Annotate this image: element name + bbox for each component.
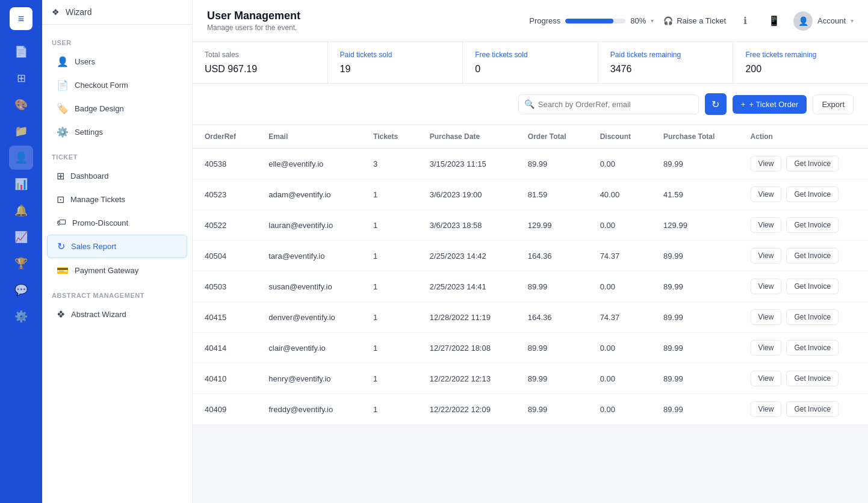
sidebar-item-payment-gateway[interactable]: 💳 Payment Gateway bbox=[47, 259, 187, 282]
cell-orderref: 40523 bbox=[193, 179, 256, 210]
dashboard-icon: ⊞ bbox=[57, 170, 64, 182]
cell-action: View Get Invoice bbox=[739, 210, 868, 241]
cell-action: View Get Invoice bbox=[739, 394, 868, 425]
icon-bar: ≡ 📄 ⊞ 🎨 📁 👤 📊 🔔 📈 🏆 💬 ⚙️ bbox=[0, 0, 42, 503]
cell-purchase-date: 3/6/2023 19:00 bbox=[418, 179, 516, 210]
cell-email: adam@eventify.io bbox=[256, 179, 361, 210]
cell-discount: 74.37 bbox=[588, 302, 651, 333]
progress-dropdown-arrow[interactable]: ▾ bbox=[651, 17, 654, 24]
cell-action: View Get Invoice bbox=[739, 179, 868, 210]
view-button[interactable]: View bbox=[751, 401, 782, 417]
ticket-order-button[interactable]: + + Ticket Order bbox=[733, 95, 807, 114]
account-dropdown-arrow: ▾ bbox=[851, 17, 854, 24]
sidebar-item-badge-design[interactable]: 🏷️ Badge Design bbox=[47, 97, 187, 120]
cell-orderref: 40538 bbox=[193, 149, 256, 179]
view-button[interactable]: View bbox=[751, 371, 782, 386]
cell-email: tara@eventify.io bbox=[256, 241, 361, 271]
phone-icon-button[interactable]: 📱 bbox=[764, 11, 784, 31]
sidebar-item-dashboard[interactable]: ⊞ Dashboard bbox=[47, 165, 187, 187]
view-button[interactable]: View bbox=[751, 340, 782, 356]
get-invoice-button[interactable]: Get Invoice bbox=[786, 401, 839, 417]
export-button[interactable]: Export bbox=[813, 94, 854, 114]
cell-orderref: 40504 bbox=[193, 241, 256, 271]
info-icon-button[interactable]: ℹ bbox=[736, 11, 755, 31]
cell-tickets: 1 bbox=[361, 241, 418, 271]
page-title: User Management bbox=[207, 10, 300, 22]
sidebar-item-sales-report[interactable]: ↻ Sales Report bbox=[47, 235, 187, 258]
cell-purchase-total: 41.59 bbox=[651, 179, 739, 210]
get-invoice-button[interactable]: Get Invoice bbox=[786, 248, 839, 264]
table-row: 40522 lauran@eventify.io 1 3/6/2023 18:5… bbox=[193, 210, 868, 241]
stat-total-sales: Total sales USD 967.19 bbox=[193, 42, 328, 83]
stats-row: Total sales USD 967.19 Paid tickets sold… bbox=[193, 42, 868, 84]
nav-grid-icon[interactable]: ⊞ bbox=[9, 66, 33, 90]
ticket-section-label: Ticket bbox=[42, 144, 192, 164]
get-invoice-button[interactable]: Get Invoice bbox=[786, 309, 839, 325]
main-content: User Management Manage users for the eve… bbox=[193, 0, 868, 503]
cell-order-total: 89.99 bbox=[516, 271, 588, 302]
avatar: 👤 bbox=[793, 11, 813, 31]
nav-folder-icon[interactable]: 📁 bbox=[9, 119, 33, 143]
sidebar-item-promo-discount[interactable]: 🏷 Promo-Discount bbox=[47, 212, 187, 233]
abstract-section-label: Abstract Management bbox=[42, 282, 192, 303]
cell-purchase-total: 89.99 bbox=[651, 302, 739, 333]
stat-paid-remaining: Paid tickets remaining 3476 bbox=[598, 42, 734, 83]
cell-purchase-date: 2/25/2023 14:42 bbox=[418, 241, 516, 271]
table-row: 40410 henry@eventify.io 1 12/22/2022 12:… bbox=[193, 363, 868, 394]
free-sold-label: Free tickets sold bbox=[475, 51, 586, 59]
cell-tickets: 1 bbox=[361, 271, 418, 302]
nav-chart-icon[interactable]: 📊 bbox=[9, 172, 33, 196]
headphones-icon: 🎧 bbox=[663, 16, 673, 25]
nav-trophy-icon[interactable]: 🏆 bbox=[9, 252, 33, 276]
nav-bar-icon[interactable]: 📈 bbox=[9, 225, 33, 249]
cell-discount: 0.00 bbox=[588, 149, 651, 179]
view-button[interactable]: View bbox=[751, 279, 782, 294]
get-invoice-button[interactable]: Get Invoice bbox=[786, 340, 839, 356]
sidebar-item-manage-tickets[interactable]: ⊡ Manage Tickets bbox=[47, 188, 187, 211]
get-invoice-button[interactable]: Get Invoice bbox=[786, 156, 839, 171]
view-button[interactable]: View bbox=[751, 156, 782, 171]
free-sold-value: 0 bbox=[475, 64, 586, 75]
nav-bell-icon[interactable]: 🔔 bbox=[9, 199, 33, 223]
search-input[interactable] bbox=[518, 94, 699, 114]
get-invoice-button[interactable]: Get Invoice bbox=[786, 279, 839, 294]
progress-pct: 80% bbox=[630, 16, 646, 25]
cell-purchase-date: 12/22/2022 12:13 bbox=[418, 363, 516, 394]
get-invoice-button[interactable]: Get Invoice bbox=[786, 187, 839, 202]
col-order-total: Order Total bbox=[516, 125, 588, 149]
cell-order-total: 81.59 bbox=[516, 179, 588, 210]
cell-tickets: 1 bbox=[361, 394, 418, 425]
table-row: 40538 elle@eventify.io 3 3/15/2023 11:15… bbox=[193, 149, 868, 179]
cell-email: clair@eventify.io bbox=[256, 333, 361, 363]
view-button[interactable]: View bbox=[751, 217, 782, 233]
nav-cog-icon[interactable]: ⚙️ bbox=[9, 304, 33, 329]
cell-orderref: 40522 bbox=[193, 210, 256, 241]
view-button[interactable]: View bbox=[751, 309, 782, 325]
raise-ticket-button[interactable]: 🎧 Raise a Ticket bbox=[663, 16, 726, 25]
account-button[interactable]: 👤 Account ▾ bbox=[793, 11, 854, 31]
sidebar-item-checkout-form[interactable]: 📄 Checkout Form bbox=[47, 74, 187, 96]
view-button[interactable]: View bbox=[751, 248, 782, 264]
nav-chat-icon[interactable]: 💬 bbox=[9, 278, 33, 302]
sidebar-item-wizard[interactable]: ❖ Wizard bbox=[42, 0, 192, 25]
cell-orderref: 40414 bbox=[193, 333, 256, 363]
refresh-button[interactable]: ↻ bbox=[705, 93, 727, 115]
get-invoice-button[interactable]: Get Invoice bbox=[786, 371, 839, 386]
cell-purchase-total: 89.99 bbox=[651, 333, 739, 363]
sidebar-item-abstract-wizard[interactable]: ❖ Abstract Wizard bbox=[47, 303, 187, 326]
paid-remaining-label: Paid tickets remaining bbox=[610, 51, 721, 59]
cell-email: lauran@eventify.io bbox=[256, 210, 361, 241]
view-button[interactable]: View bbox=[751, 187, 782, 202]
get-invoice-button[interactable]: Get Invoice bbox=[786, 217, 839, 233]
header-title-area: User Management Manage users for the eve… bbox=[207, 10, 300, 32]
cell-purchase-date: 3/15/2023 11:15 bbox=[418, 149, 516, 179]
sidebar-item-settings[interactable]: ⚙️ Settings bbox=[47, 121, 187, 143]
progress-label: Progress bbox=[529, 16, 560, 25]
cell-discount: 74.37 bbox=[588, 241, 651, 271]
cell-order-total: 164.36 bbox=[516, 302, 588, 333]
nav-user-icon[interactable]: 👤 bbox=[9, 146, 33, 170]
nav-file-icon[interactable]: 📄 bbox=[9, 40, 33, 64]
sidebar-item-users[interactable]: 👤 Users bbox=[47, 51, 187, 73]
nav-palette-icon[interactable]: 🎨 bbox=[9, 93, 33, 117]
app-logo[interactable]: ≡ bbox=[10, 7, 33, 30]
